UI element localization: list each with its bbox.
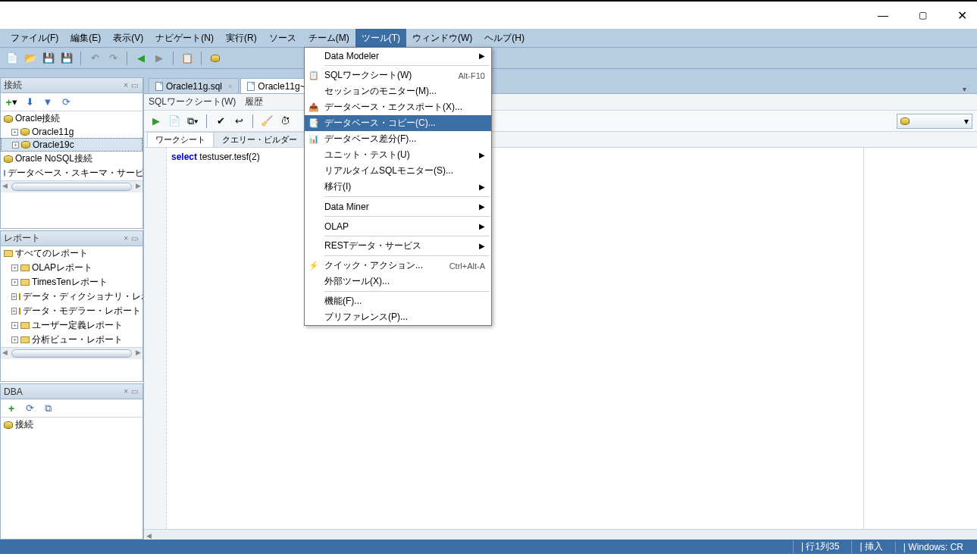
tab-query-builder[interactable]: クエリー・ビルダー bbox=[214, 132, 305, 147]
menu-quick-action[interactable]: ⚡クイック・アクション...Ctrl+Alt-A bbox=[305, 258, 491, 274]
panel-minimize-icon[interactable]: ▭ bbox=[130, 234, 139, 242]
line-gutter bbox=[144, 148, 167, 529]
menu-view[interactable]: 表示(V) bbox=[107, 29, 149, 48]
code-editor[interactable]: select testuser.tesf(2) bbox=[167, 148, 863, 529]
menu-source[interactable]: ソース bbox=[263, 29, 302, 48]
menu-file[interactable]: ファイル(F) bbox=[5, 29, 64, 48]
expander-icon[interactable]: + bbox=[11, 129, 18, 136]
tree-dba-conn[interactable]: 接続 bbox=[1, 418, 142, 432]
redo-icon[interactable]: ↷ bbox=[105, 51, 121, 66]
menu-team[interactable]: チーム(M) bbox=[302, 29, 355, 48]
expander-icon[interactable]: + bbox=[11, 264, 18, 271]
minimize-button[interactable]: — bbox=[874, 6, 892, 24]
open-icon[interactable]: 📂 bbox=[23, 51, 38, 66]
menu-migrate[interactable]: 移行(I)▶ bbox=[305, 179, 491, 195]
undo-icon[interactable]: ↶ bbox=[87, 51, 102, 66]
menu-data-miner[interactable]: Data Miner▶ bbox=[305, 199, 491, 214]
run-icon[interactable]: ▶ bbox=[149, 114, 164, 129]
tab-close-icon[interactable]: × bbox=[225, 83, 232, 90]
menubar: ファイル(F) 編集(E) 表示(V) ナビゲート(N) 実行(R) ソース チ… bbox=[0, 29, 977, 47]
commit-icon[interactable]: ✔ bbox=[213, 114, 228, 129]
menu-sql-worksheet[interactable]: 📋SQLワークシート(W)Alt-F10 bbox=[305, 67, 491, 83]
tree-olap-report[interactable]: +OLAPレポート bbox=[1, 261, 142, 275]
panel-close-icon[interactable]: × bbox=[122, 234, 130, 242]
menu-tools[interactable]: ツール(T) bbox=[355, 29, 406, 48]
tree-nosql[interactable]: Oracle NoSQL接続 bbox=[1, 152, 142, 166]
menu-features[interactable]: 機能(F)... bbox=[305, 293, 491, 309]
expander-icon[interactable]: + bbox=[11, 308, 17, 314]
rollback-icon[interactable]: ↩ bbox=[231, 114, 246, 129]
tab-worksheet[interactable]: ワークシート bbox=[147, 132, 214, 147]
menu-navigate[interactable]: ナビゲート(N) bbox=[149, 29, 220, 48]
add-icon[interactable]: + bbox=[4, 401, 19, 416]
h-scrollbar[interactable] bbox=[1, 347, 142, 359]
tree-dict-report[interactable]: +データ・ディクショナリ・レポート bbox=[1, 289, 142, 304]
panel-minimize-icon[interactable]: ▭ bbox=[130, 387, 139, 396]
export-icon[interactable]: ⬇ bbox=[22, 95, 37, 110]
connections-header[interactable]: 接続 × ▭ bbox=[1, 78, 142, 93]
expander-icon[interactable]: + bbox=[11, 322, 18, 329]
menu-unit-test[interactable]: ユニット・テスト(U)▶ bbox=[305, 147, 491, 163]
db-icon[interactable] bbox=[208, 51, 223, 66]
menu-preferences[interactable]: プリファレンス(P)... bbox=[305, 309, 491, 325]
new-icon[interactable]: 📄 bbox=[5, 51, 20, 66]
panel-close-icon[interactable]: × bbox=[122, 387, 130, 396]
left-column: 接続 × ▭ +▾ ⬇ ▼ ⟳ Oracle接続 +Oracle11g +Ora… bbox=[0, 77, 144, 540]
separator bbox=[324, 255, 490, 256]
tree-reports-root[interactable]: すべてのレポート bbox=[1, 246, 142, 261]
tree-modeler-report[interactable]: +データ・モデラー・レポート bbox=[1, 304, 142, 318]
submenu-arrow-icon: ▶ bbox=[479, 183, 485, 191]
menu-edit[interactable]: 編集(E) bbox=[64, 29, 107, 48]
expander-icon[interactable]: + bbox=[11, 279, 18, 286]
tab-oracle11g-sql[interactable]: Oracle11g.sql× bbox=[149, 78, 239, 93]
history-label[interactable]: 履歴 bbox=[245, 95, 263, 108]
menu-rest[interactable]: RESTデータ・サービス▶ bbox=[305, 238, 491, 254]
menu-session-monitor[interactable]: セッションのモニター(M)... bbox=[305, 83, 491, 99]
menu-db-copy[interactable]: 📑データベース・コピー(C)... bbox=[305, 115, 491, 131]
dba-header[interactable]: DBA × ▭ bbox=[1, 384, 142, 399]
refresh-icon[interactable]: ⟳ bbox=[58, 95, 74, 110]
close-button[interactable]: ✕ bbox=[953, 6, 971, 24]
menu-help[interactable]: ヘルプ(H) bbox=[478, 29, 531, 48]
menu-db-export[interactable]: 📤データベース・エクスポート(X)... bbox=[305, 99, 491, 115]
tabs-dropdown-icon[interactable]: ▾ bbox=[957, 85, 972, 93]
tree-oracle11g[interactable]: +Oracle11g bbox=[1, 126, 142, 138]
menu-run[interactable]: 実行(R) bbox=[220, 29, 263, 48]
save-icon[interactable]: 💾 bbox=[41, 51, 56, 66]
editor-h-scrollbar[interactable] bbox=[144, 529, 977, 540]
tree-oracle-root[interactable]: Oracle接続 bbox=[1, 111, 142, 126]
sql-icon[interactable]: 📋 bbox=[180, 51, 195, 66]
run-script-icon[interactable]: 📄 bbox=[167, 114, 182, 129]
link-icon[interactable]: ⧉ bbox=[40, 401, 55, 416]
maximize-button[interactable]: ▢ bbox=[913, 6, 932, 24]
tree-user-report[interactable]: +ユーザー定義レポート bbox=[1, 318, 142, 333]
tree-label: Oracle接続 bbox=[15, 112, 60, 125]
tree-schema[interactable]: データベース・スキーマ・サービス接続 bbox=[1, 166, 142, 180]
expander-icon[interactable]: + bbox=[12, 142, 19, 149]
add-icon[interactable]: +▾ bbox=[4, 95, 19, 110]
filter-icon[interactable]: ▼ bbox=[40, 95, 55, 110]
panel-close-icon[interactable]: × bbox=[122, 81, 130, 89]
explain-icon[interactable]: ⧉▾ bbox=[185, 114, 200, 129]
connection-selector[interactable]: ▾ bbox=[897, 114, 972, 129]
back-icon[interactable]: ◀ bbox=[133, 51, 149, 66]
forward-icon[interactable]: ▶ bbox=[152, 51, 167, 66]
menu-db-diff[interactable]: 📊データベース差分(F)... bbox=[305, 131, 491, 147]
h-scrollbar[interactable] bbox=[1, 180, 142, 192]
clear-icon[interactable]: 🧹 bbox=[259, 114, 274, 129]
menu-window[interactable]: ウィンドウ(W) bbox=[406, 29, 478, 48]
tree-oracle19c[interactable]: +Oracle19c bbox=[1, 138, 142, 152]
tree-timesten-report[interactable]: +TimesTenレポート bbox=[1, 275, 142, 289]
panel-minimize-icon[interactable]: ▭ bbox=[130, 81, 139, 89]
menu-external-tools[interactable]: 外部ツール(X)... bbox=[305, 274, 491, 289]
menu-realtime-sql[interactable]: リアルタイムSQLモニター(S)... bbox=[305, 163, 491, 179]
refresh-icon[interactable]: ⟳ bbox=[22, 401, 37, 416]
save-all-icon[interactable]: 💾 bbox=[59, 51, 74, 66]
menu-data-modeler[interactable]: Data Modeler▶ bbox=[305, 48, 491, 64]
reports-header[interactable]: レポート × ▭ bbox=[1, 231, 142, 246]
history-icon[interactable]: ⏱ bbox=[277, 114, 293, 129]
expander-icon[interactable]: + bbox=[11, 336, 18, 343]
tree-analysis-report[interactable]: +分析ビュー・レポート bbox=[1, 333, 142, 347]
expander-icon[interactable]: + bbox=[11, 293, 17, 300]
menu-olap[interactable]: OLAP▶ bbox=[305, 218, 491, 234]
